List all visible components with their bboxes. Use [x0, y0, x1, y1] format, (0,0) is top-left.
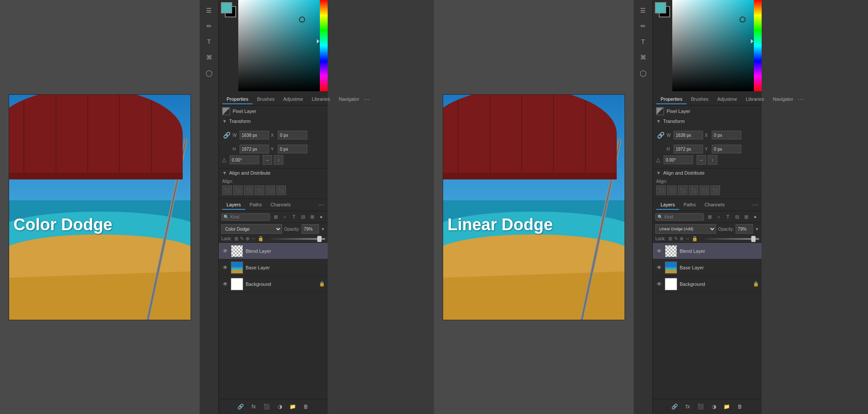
right-opacity-input[interactable]	[736, 224, 753, 234]
right-footer-adj[interactable]: ◑	[709, 402, 719, 411]
left-vis-blend[interactable]: 👁	[221, 247, 229, 255]
left-channels-tab[interactable]: Channels	[266, 200, 295, 210]
right-brush-icon[interactable]: ✏	[637, 20, 649, 32]
right-copy-icon[interactable]: ⊟	[733, 213, 741, 221]
left-h-input[interactable]	[240, 145, 269, 153]
right-layer-base[interactable]: 👁 Base Layer	[653, 259, 762, 276]
left-flip-h[interactable]: ↔	[263, 155, 272, 165]
right-slider-thumb[interactable]	[751, 236, 756, 242]
right-vis-blend[interactable]: 👁	[655, 247, 663, 255]
right-layers-dots[interactable]: ⋯	[752, 202, 758, 209]
right-layers-icon[interactable]: ☰	[637, 4, 649, 17]
right-align-6[interactable]: ⬛	[710, 185, 720, 195]
right-new-group-icon[interactable]: ⊞	[706, 213, 713, 221]
left-tab-adjust[interactable]: Adjustme	[279, 95, 308, 104]
right-w-input[interactable]	[674, 131, 703, 139]
left-link-icon[interactable]: ⊞	[308, 213, 316, 221]
left-y-input[interactable]	[278, 145, 307, 153]
left-gradient-handle[interactable]	[299, 17, 305, 23]
pin-icon[interactable]: ⌘	[203, 51, 215, 63]
right-x-input[interactable]	[712, 131, 741, 139]
left-vis-base[interactable]: 👁	[221, 264, 229, 272]
left-tab-brushes[interactable]: Brushes	[253, 95, 279, 104]
left-new-group-icon[interactable]: ⊞	[272, 213, 279, 221]
left-layer-blend[interactable]: 👁 Blend Layer	[219, 243, 328, 259]
right-tab-navigator[interactable]: Navigator	[769, 95, 798, 104]
text-icon[interactable]: T	[203, 36, 215, 48]
left-tab-dots[interactable]: ⋯	[364, 96, 370, 103]
right-mask-icon[interactable]: ○	[715, 213, 723, 221]
left-x-input[interactable]	[278, 131, 307, 139]
left-layers-tab[interactable]: Layers	[222, 200, 245, 210]
left-lock-1[interactable]: ⊞	[234, 236, 238, 242]
left-w-input[interactable]	[240, 131, 269, 139]
right-cube-icon[interactable]: ◯	[637, 67, 649, 79]
left-mask-icon[interactable]: ○	[281, 213, 289, 221]
right-footer-fx[interactable]: fx	[683, 402, 693, 411]
left-rotate-input[interactable]	[230, 156, 259, 164]
right-vis-base[interactable]: 👁	[655, 264, 663, 272]
right-text-icon[interactable]: T	[637, 36, 649, 48]
right-gradient-box[interactable]	[672, 0, 757, 91]
right-lock-2[interactable]: ✎	[674, 236, 678, 242]
left-fore-swatch[interactable]	[221, 2, 232, 13]
right-align-3[interactable]: ⬛	[678, 185, 687, 195]
left-footer-adj[interactable]: ◑	[275, 402, 285, 411]
right-channels-tab[interactable]: Channels	[700, 200, 729, 210]
left-layers-dots[interactable]: ⋯	[318, 202, 324, 209]
brush-icon[interactable]: ✏	[203, 20, 215, 32]
right-align-5[interactable]: ⬛	[700, 185, 709, 195]
right-footer-delete[interactable]: 🗑	[735, 402, 745, 411]
left-fx-icon[interactable]: T	[290, 213, 298, 221]
right-tab-brushes[interactable]: Brushes	[687, 95, 713, 104]
right-tab-dots[interactable]: ⋯	[798, 96, 804, 103]
right-tab-libraries[interactable]: Libraries	[741, 95, 768, 104]
left-flip-v[interactable]: ↕	[274, 155, 283, 165]
left-copy-icon[interactable]: ⊟	[299, 213, 307, 221]
right-lock-5[interactable]: 🔒	[692, 236, 698, 242]
right-footer-link[interactable]: 🔗	[670, 402, 680, 411]
left-lock-2[interactable]: ✎	[240, 236, 244, 242]
cube-icon[interactable]: ◯	[203, 67, 215, 79]
right-flip-h[interactable]: ↔	[697, 155, 706, 165]
left-opacity-arrow[interactable]: ▼	[321, 227, 325, 232]
left-lock-5[interactable]: 🔒	[258, 236, 264, 242]
left-lock-3[interactable]: ⊕	[246, 236, 250, 242]
left-tab-libraries[interactable]: Libraries	[307, 95, 334, 104]
right-tab-adjust[interactable]: Adjustme	[713, 95, 742, 104]
right-footer-mask[interactable]: ⬛	[696, 402, 706, 411]
right-lock-1[interactable]: ⊞	[668, 236, 672, 242]
right-fx-icon[interactable]: T	[724, 213, 732, 221]
left-circle-icon[interactable]: ●	[317, 213, 325, 221]
left-opacity-input[interactable]	[302, 224, 319, 234]
right-link-icon[interactable]: ⊞	[742, 213, 750, 221]
right-opacity-arrow[interactable]: ▼	[755, 227, 759, 232]
right-tab-properties[interactable]: Properties	[656, 95, 687, 104]
right-rotate-input[interactable]	[664, 156, 693, 164]
right-footer-group[interactable]: 📁	[722, 402, 732, 411]
right-layers-tab[interactable]: Layers	[656, 200, 679, 210]
left-align-3[interactable]: ⬛	[244, 185, 253, 195]
right-vis-bg[interactable]: 👁	[655, 280, 663, 288]
left-lock-4[interactable]: ↔	[251, 236, 256, 242]
left-blend-select[interactable]: Color Dodge	[221, 224, 282, 234]
left-footer-mask[interactable]: ⬛	[262, 402, 272, 411]
left-tab-properties[interactable]: Properties	[222, 95, 253, 104]
right-align-2[interactable]: ⬛	[667, 185, 677, 195]
left-hue-strip[interactable]	[320, 0, 328, 91]
right-lock-3[interactable]: ⊕	[680, 236, 684, 242]
left-align-4[interactable]: ⬛	[255, 185, 264, 195]
right-lock-4[interactable]: ↔	[685, 236, 690, 242]
layers-icon[interactable]: ☰	[203, 4, 215, 17]
right-h-input[interactable]	[674, 145, 703, 153]
right-y-input[interactable]	[712, 145, 741, 153]
left-align-2[interactable]: ⬛	[233, 185, 243, 195]
right-align-1[interactable]: ⬛	[656, 185, 666, 195]
left-footer-link[interactable]: 🔗	[236, 402, 246, 411]
right-paths-tab[interactable]: Paths	[679, 200, 700, 210]
left-layer-base[interactable]: 👁 Base Layer	[219, 259, 328, 276]
left-footer-group[interactable]: 📁	[288, 402, 298, 411]
right-slider-track[interactable]	[705, 238, 759, 240]
right-layer-bg[interactable]: 👁 Background 🔒	[653, 276, 762, 292]
left-align-1[interactable]: ⬛	[222, 185, 232, 195]
